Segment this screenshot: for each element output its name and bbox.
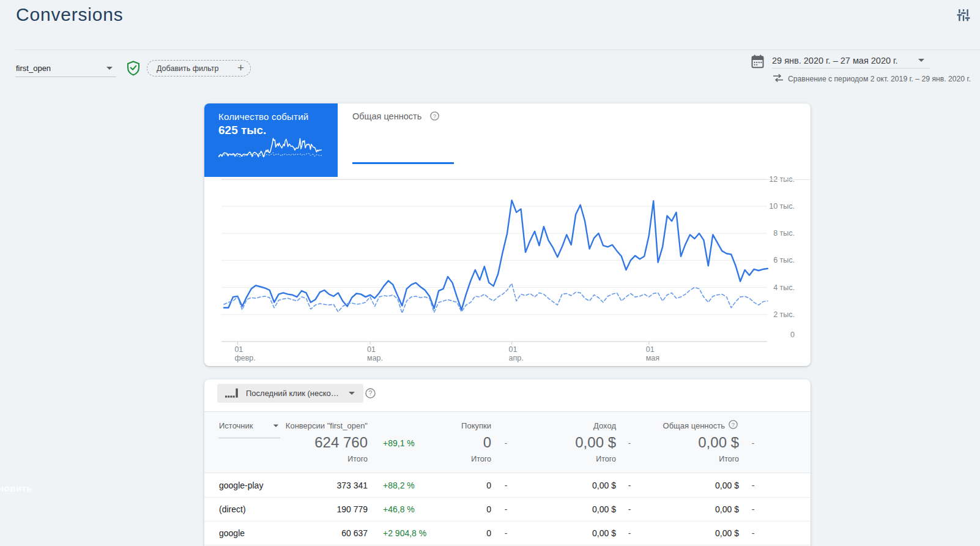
chevron-down-icon [349, 392, 355, 395]
add-filter-button[interactable]: Добавить фильтр + [147, 60, 251, 77]
summary-revenue: 0,00 $ [575, 434, 616, 451]
plus-icon: + [237, 61, 244, 75]
summary-total-label: Итого [719, 455, 739, 463]
row-conversions: 373 341 [336, 481, 368, 490]
header-divider [15, 50, 980, 50]
summary-purchases: 0 [483, 434, 491, 451]
row-purchases-compare: - [505, 481, 508, 490]
source-header-underline [218, 438, 280, 438]
row-purchases: 0 [486, 528, 491, 538]
refresh-ghost-text: Обновить [0, 483, 32, 493]
comparison-period-label: Сравнение с периодом 2 окт. 2019 г. – 29… [788, 75, 971, 83]
current-period-line [224, 200, 768, 310]
summary-conversions: 624 760 [314, 434, 368, 451]
attribution-model-value: Последний клик (неско… [246, 389, 339, 398]
conversions-report-page: Conversions first_open Доб [0, 0, 980, 546]
help-circle-icon[interactable]: ? [430, 111, 439, 123]
add-filter-label: Добавить фильтр [157, 64, 219, 73]
x-axis-label: мар. [367, 354, 383, 362]
event-select-value: first_open [16, 64, 51, 73]
attribution-model-icon [225, 388, 239, 399]
help-circle-icon[interactable]: ? [365, 388, 376, 401]
sparkline-comparison-line [218, 152, 322, 157]
table-body: google-play373 341+88,2 %0-0,00 $-0,00 $… [204, 474, 811, 545]
tab-event-count[interactable]: Количество событий 625 тыс. [204, 103, 338, 177]
x-axis-label: 01 [234, 345, 243, 354]
row-revenue-compare: - [628, 481, 631, 490]
row-conversions-pct: +88,2 % [383, 481, 415, 490]
row-purchases: 0 [486, 481, 491, 490]
x-axis-label: 01 [367, 345, 376, 354]
total-value-sparkline-flat [352, 162, 454, 164]
page-title: Conversions [16, 4, 124, 25]
summary-total-value-compare: - [752, 438, 754, 447]
date-range-chevron-icon[interactable] [918, 59, 924, 62]
y-axis-label: 4 тыс. [773, 283, 795, 292]
row-conversions: 190 779 [336, 504, 368, 514]
table-row[interactable]: (direct)190 779+46,8 %0-0,00 $-0,00 $- [204, 498, 811, 522]
tab-total-value[interactable]: Общая ценность ? [338, 103, 478, 177]
chevron-down-icon [106, 67, 113, 70]
tab-event-count-label: Количество событий [218, 111, 308, 122]
summary-purchases-compare: - [505, 438, 507, 447]
row-revenue-compare: - [628, 528, 631, 538]
column-header-revenue[interactable]: Доход [593, 421, 616, 430]
row-revenue-compare: - [628, 504, 631, 514]
column-header-total-value[interactable]: Общая ценность [663, 421, 725, 430]
summary-revenue-compare: - [628, 438, 631, 447]
table-row[interactable]: google60 637+2 904,8 %0-0,00 $-0,00 $- [204, 522, 811, 545]
y-axis-label: 2 тыс. [773, 310, 795, 319]
svg-text:?: ? [369, 389, 373, 397]
x-axis-label: апр. [509, 354, 524, 362]
sources-table-card: Последний клик (неско… ? Источник Конвер… [204, 380, 811, 546]
summary-total-label: Итого [596, 455, 616, 463]
column-header-conversions[interactable]: Конверсии "first_open" [286, 421, 368, 430]
conversions-chart-card: 12 тыс.10 тыс.8 тыс.6 тыс.4 тыс.2 тыс.00… [204, 103, 811, 366]
row-total-value: 0,00 $ [715, 481, 739, 490]
comparison-period-line [224, 283, 768, 313]
verified-shield-icon [127, 61, 140, 78]
column-header-purchases[interactable]: Покупки [461, 421, 491, 430]
summary-total-label: Итого [347, 455, 368, 463]
tab-event-count-value: 625 тыс. [218, 124, 266, 137]
y-axis-label: 8 тыс. [773, 229, 795, 237]
help-circle-icon[interactable]: ? [729, 420, 738, 432]
row-source: google [219, 528, 245, 538]
x-axis-label: 01 [646, 345, 655, 354]
table-row[interactable]: google-play373 341+88,2 %0-0,00 $-0,00 $… [204, 474, 811, 498]
event-select-underline [15, 77, 116, 77]
row-purchases-compare: - [505, 528, 508, 538]
svg-text:?: ? [433, 113, 436, 119]
customize-report-button[interactable] [957, 8, 973, 24]
row-total-value-compare: - [752, 481, 755, 490]
calendar-icon [751, 54, 764, 71]
row-total-value-compare: - [752, 504, 755, 514]
row-conversions-pct: +2 904,8 % [383, 528, 426, 538]
y-axis-label: 6 тыс. [773, 256, 795, 264]
svg-text:?: ? [732, 421, 735, 428]
x-axis-label: февр. [234, 354, 255, 362]
row-revenue: 0,00 $ [592, 528, 616, 538]
sort-caret-icon [273, 424, 279, 427]
row-revenue: 0,00 $ [592, 481, 616, 490]
date-range-underline [772, 68, 930, 69]
date-range-value[interactable]: 29 янв. 2020 г. – 27 мая 2020 г. [772, 56, 898, 65]
column-header-source[interactable]: Источник [219, 421, 253, 430]
y-axis-label: 0 [790, 331, 795, 339]
summary-conversions-pct: +89,1 % [383, 438, 415, 448]
summary-total-value: 0,00 $ [698, 434, 739, 451]
tune-vertical-icon [957, 8, 970, 23]
y-axis-label: 10 тыс. [769, 202, 795, 211]
tabs-divider [221, 179, 811, 180]
tab-total-value-label: Общая ценность [352, 111, 421, 121]
row-purchases-compare: - [505, 504, 508, 514]
row-purchases: 0 [486, 504, 491, 514]
event-select-dropdown[interactable]: first_open [16, 62, 116, 77]
table-header: Источник Конверсии "first_open" Покупки … [204, 412, 811, 473]
row-source: (direct) [219, 504, 246, 514]
row-conversions: 60 637 [341, 528, 368, 538]
row-source: google-play [219, 481, 263, 490]
x-axis-label: мая [646, 354, 659, 362]
attribution-model-select[interactable]: Последний клик (неско… [217, 384, 363, 403]
event-count-sparkline [217, 137, 324, 164]
